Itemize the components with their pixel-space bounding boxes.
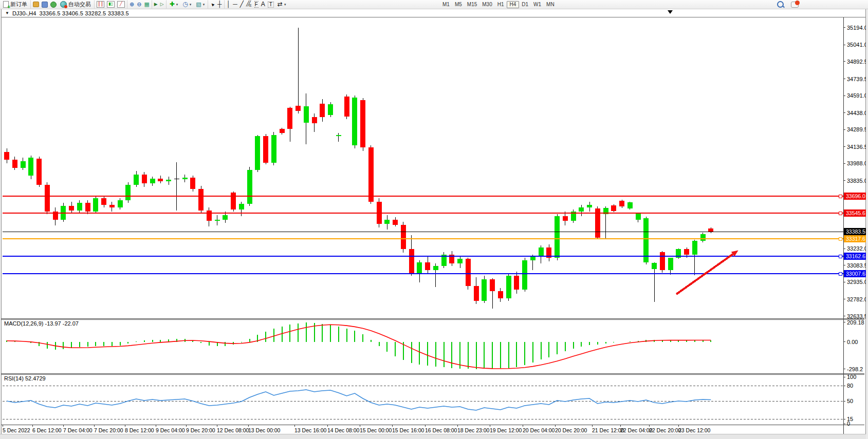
new-chart-icon: ✚ xyxy=(170,1,175,8)
horizontal-scrollbar[interactable] xyxy=(0,434,868,439)
template-button[interactable]: ▧▾ xyxy=(195,1,206,8)
collapse-icon[interactable]: ▼ xyxy=(5,11,9,15)
notifications-icon[interactable] xyxy=(791,2,799,8)
crosshair-icon[interactable]: ┼ xyxy=(217,1,222,8)
candlestick-chart-icon[interactable]: ▮▯ xyxy=(107,1,115,8)
toolbar-group-scroll: ▶ ▷ xyxy=(152,1,166,8)
zoom-out-icon[interactable]: ⊖ xyxy=(137,1,141,8)
toolbar-group-pointer: ► ┼ xyxy=(208,1,224,8)
new-order-icon xyxy=(3,1,9,8)
toolbar-group-panels: 自动交易 xyxy=(30,1,94,8)
right-edge-strip xyxy=(866,9,868,439)
autotrading-button[interactable]: 自动交易 xyxy=(59,1,92,8)
template-icon: ▧ xyxy=(196,1,201,8)
line-chart-icon[interactable]: ╱ xyxy=(117,1,125,8)
cursor-icon[interactable]: ► xyxy=(209,1,217,9)
trendline-icon[interactable]: ╱ xyxy=(240,1,244,8)
auto-scroll-icon[interactable]: ▶ xyxy=(154,1,158,8)
timeframe-m1[interactable]: M1 xyxy=(440,1,452,8)
arrows-icon: ⇄ xyxy=(278,1,283,8)
timeframe-h4[interactable]: H4 xyxy=(507,1,520,8)
new-order-button[interactable]: 新订单 xyxy=(2,1,28,8)
timeframe-mn[interactable]: MN xyxy=(544,1,557,8)
new-chart-button[interactable]: ✚▾ xyxy=(169,1,179,8)
toolbar-group-chart-types: ║║ ▮▯ ╱ xyxy=(94,1,127,8)
timeframe-w1[interactable]: W1 xyxy=(531,1,544,8)
chevron-down-icon: ▾ xyxy=(203,3,205,6)
fibonacci-icon[interactable]: F xyxy=(254,1,258,8)
chart-symbol-period: DJ30-,H4 xyxy=(12,10,36,16)
navigator-icon[interactable] xyxy=(50,2,57,8)
main-toolbar: 新订单 自动交易 ║║ ▮▯ ╱ ⊕ ⊖ ▦ ▶ ▷ ✚▾ ◷ xyxy=(0,0,868,9)
mt4-window: 新订单 自动交易 ║║ ▮▯ ╱ ⊕ ⊖ ▦ ▶ ▷ ✚▾ ◷ xyxy=(0,0,868,439)
macd-indicator-label: MACD(12,26,9) -13.97 -22.07 xyxy=(4,320,79,327)
toolbar-group-zoom: ⊕ ⊖ ▦ xyxy=(127,1,152,8)
timeframe-d1[interactable]: D1 xyxy=(519,1,531,8)
autotrading-globe-icon xyxy=(60,1,67,8)
toolbar-group-add: ✚▾ ◷▾ ▧▾ xyxy=(166,1,208,8)
period-button[interactable]: ◷▾ xyxy=(181,1,192,8)
chevron-down-icon: ▾ xyxy=(190,3,192,6)
chart-ohlc-readout: 33366.5 33406.5 33282.5 33383.5 xyxy=(39,10,128,16)
market-watch-icon[interactable] xyxy=(33,2,39,7)
timeframe-h1[interactable]: H1 xyxy=(495,1,507,8)
tile-windows-icon[interactable]: ▦ xyxy=(144,1,149,8)
timeframe-m30[interactable]: M30 xyxy=(479,1,494,8)
timeframe-toolbar: M1M5M15M30H1H4D1W1MN xyxy=(440,1,557,8)
data-window-icon[interactable] xyxy=(42,2,48,8)
horizontal-line-icon[interactable]: ─ xyxy=(233,1,237,8)
search-icon[interactable] xyxy=(777,1,784,8)
rsi-indicator-label: RSI(14) 52.4729 xyxy=(4,375,46,381)
chevron-down-icon: ▾ xyxy=(176,3,178,6)
channel-icon[interactable]: ╱╱E xyxy=(246,0,252,9)
toolbar-group-order: 新订单 xyxy=(0,1,30,8)
bar-chart-icon[interactable]: ║║ xyxy=(97,1,104,8)
chart-header[interactable]: ▼ DJ30-,H4 33366.5 33406.5 33282.5 33383… xyxy=(2,9,865,17)
text-icon[interactable]: A xyxy=(261,1,265,8)
arrows-button[interactable]: ⇄▾ xyxy=(276,1,287,8)
toolbar-group-drawing: │ ─ ╱ ╱╱E F A T ⇄▾ xyxy=(224,1,289,8)
toolbar-right xyxy=(777,1,799,8)
chart-shift-icon[interactable]: ▷ xyxy=(160,1,164,8)
vertical-line-icon[interactable]: │ xyxy=(227,1,231,8)
timeframe-m15[interactable]: M15 xyxy=(465,1,479,8)
chart-window: ▼ DJ30-,H4 33366.5 33406.5 33282.5 33383… xyxy=(1,9,866,439)
autotrading-label: 自动交易 xyxy=(68,1,91,8)
text-label-icon[interactable]: T xyxy=(268,2,274,8)
timeframe-m5[interactable]: M5 xyxy=(452,1,465,8)
chevron-down-icon: ▾ xyxy=(284,3,286,6)
period-icon: ◷ xyxy=(182,1,188,8)
new-order-label: 新订单 xyxy=(10,1,27,8)
zoom-in-icon[interactable]: ⊕ xyxy=(130,1,134,8)
